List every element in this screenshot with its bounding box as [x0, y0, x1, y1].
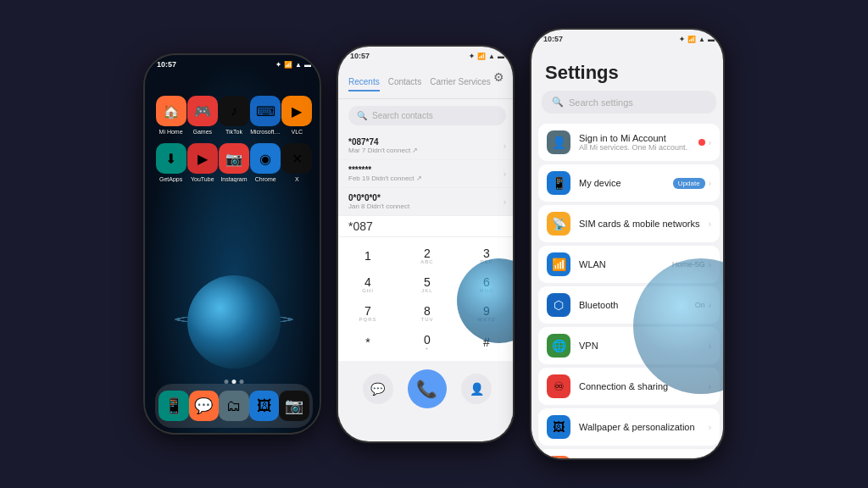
wallpaper-chevron: › — [709, 423, 711, 432]
tab-recents[interactable]: Recents — [348, 77, 380, 92]
key-8[interactable]: 8TUV — [403, 300, 452, 327]
getapps-icon: ⬇ — [156, 143, 186, 174]
key-0[interactable]: 0+ — [403, 329, 452, 356]
mi-home-icon: 🏠 — [156, 96, 186, 126]
key-5[interactable]: 5JKL — [403, 271, 452, 298]
swiftkey-label: Microsoft SwiftKey... — [250, 129, 281, 135]
search-icon-dialer: 🔍 — [357, 111, 367, 120]
app-mi-home[interactable]: 🏠 Mi Home — [156, 96, 186, 135]
dock-files[interactable]: 🗂 — [219, 391, 249, 421]
app-chrome[interactable]: ◉ Chrome — [250, 143, 281, 182]
settings-item-mi-account[interactable]: 👤 Sign in to Mi Account All Mi services.… — [538, 124, 720, 161]
app-vlc[interactable]: ▶ VLC — [281, 96, 312, 135]
connection-chevron: › — [709, 382, 711, 391]
app-swiftkey[interactable]: ⌨ Microsoft SwiftKey... — [250, 96, 281, 135]
settings-item-connection[interactable]: ♾ Connection & sharing › — [538, 368, 720, 405]
status-time-1: 10:57 — [157, 60, 176, 69]
wallpaper-text: Wallpaper & personalization — [579, 422, 709, 432]
key-1[interactable]: 1 — [343, 242, 392, 269]
wallpaper-icon: 🖼 — [547, 415, 570, 439]
settings-item-wallpaper[interactable]: 🖼 Wallpaper & personalization › — [538, 408, 720, 446]
key-star[interactable]: * — [343, 329, 392, 356]
recent-info-3: 0*0*0*0* Jan 8 Didn't connect — [348, 193, 504, 210]
status-icons-3: ✦ 📶 ▲ ▬ — [679, 36, 715, 43]
settings-list: 👤 Sign in to Mi Account All Mi services.… — [531, 124, 725, 460]
recent-item-1[interactable]: *087*74 Mar 7 Didn't connect ↗ › — [338, 132, 515, 160]
connection-icon: ♾ — [547, 374, 570, 398]
app-getapps[interactable]: ⬇ GetApps — [156, 143, 186, 182]
wlan-value: Home-5G — [672, 260, 705, 269]
key-4[interactable]: 4GHI — [343, 271, 392, 298]
youtube-icon: ▶ — [187, 143, 218, 174]
tab-carrier[interactable]: Carrier Services — [430, 77, 491, 92]
app-grid: 🏠 Mi Home 🎮 Games ♪ TikTok ⌨ Microsoft S… — [145, 89, 321, 197]
my-device-icon: 📱 — [547, 171, 570, 195]
app-tiktok[interactable]: ♪ TikTok — [219, 96, 249, 135]
app-games[interactable]: 🎮 Games — [187, 96, 218, 135]
status-time-3: 10:57 — [543, 35, 563, 43]
recent-sub-1: Mar 7 Didn't connect ↗ — [348, 147, 504, 154]
instagram-label: Instagram — [220, 176, 247, 182]
mi-home-label: Mi Home — [159, 129, 183, 135]
recent-item-3[interactable]: 0*0*0*0* Jan 8 Didn't connect › — [338, 188, 515, 216]
tiktok-icon: ♪ — [219, 96, 249, 126]
app-youtube[interactable]: ▶ YouTube — [187, 143, 218, 182]
key-7[interactable]: 7PQRS — [343, 300, 392, 327]
dialer-search[interactable]: 🔍 Search contacts — [348, 106, 506, 125]
connection-text: Connection & sharing — [579, 381, 709, 391]
key-2[interactable]: 2ABC — [403, 242, 452, 269]
bluetooth-chevron: › — [709, 301, 711, 310]
games-label: Games — [193, 129, 213, 135]
settings-screen: 10:57 ✦ 📶 ▲ ▬ Settings 🔍 Search settings… — [531, 30, 725, 460]
bluetooth-icon: ✦ — [275, 61, 281, 69]
vpn-icon: 🌐 — [547, 334, 570, 358]
phone3-settings: 10:57 ✦ 📶 ▲ ▬ Settings 🔍 Search settings… — [530, 28, 725, 460]
messages-action[interactable]: 💬 — [363, 374, 393, 404]
search-icon-settings: 🔍 — [552, 97, 564, 108]
mi-account-icon: 👤 — [547, 130, 570, 154]
dock-messages[interactable]: 💬 — [189, 391, 220, 421]
bt-icon-2: ✦ — [469, 53, 475, 60]
dialer-settings-icon[interactable]: ⚙ — [493, 70, 504, 84]
settings-item-vpn[interactable]: 🌐 VPN › — [538, 327, 720, 364]
my-device-chevron: › — [709, 179, 711, 188]
tab-contacts[interactable]: Contacts — [388, 77, 421, 92]
dock-phone[interactable]: 📱 — [159, 391, 189, 421]
home-screen: 10:57 ✦ 📶 ▲ ▬ 🏠 Mi Home 🎮 Games ♪ — [145, 55, 321, 435]
bluetooth-value: On — [695, 301, 705, 309]
settings-item-my-device[interactable]: 📱 My device Update › — [538, 164, 720, 202]
status-icons-2: ✦ 📶 ▲ ▬ — [469, 53, 504, 60]
recent-number-2: ******* — [348, 165, 504, 175]
contacts-action[interactable]: 👤 — [461, 374, 492, 404]
status-time-2: 10:57 — [350, 52, 370, 60]
app-instagram[interactable]: 📷 Instagram — [219, 143, 249, 182]
recent-item-2[interactable]: ******* Feb 19 Didn't connect ↗ › — [338, 160, 515, 188]
connection-label: Connection & sharing — [579, 381, 709, 391]
settings-item-aod[interactable]: 🔒 Always-on display & Lock screen › — [538, 449, 720, 460]
wifi-icon-3: ▲ — [698, 36, 705, 43]
aod-icon: 🔒 — [547, 456, 570, 460]
dock-gallery[interactable]: 🖼 — [249, 391, 280, 421]
dock: 📱 💬 🗂 🖼 📷 — [155, 384, 313, 428]
dock-camera[interactable]: 📷 — [279, 391, 309, 421]
mi-account-chevron: › — [709, 138, 711, 147]
chrome-label: Chrome — [255, 176, 276, 182]
vlc-label: VLC — [292, 129, 303, 135]
bluetooth-settings-icon: ⬡ — [547, 293, 570, 317]
mi-account-label: Sign in to Mi Account — [579, 133, 698, 143]
settings-item-bluetooth[interactable]: ⬡ Bluetooth On › — [538, 286, 720, 324]
bluetooth-text: Bluetooth — [579, 300, 695, 310]
app-row-2: ⬇ GetApps ▶ YouTube 📷 Instagram ◉ Chrome… — [155, 143, 313, 182]
settings-item-sim[interactable]: 📡 SIM cards & mobile networks › — [538, 205, 720, 242]
search-placeholder-settings: Search settings — [569, 97, 633, 108]
app-x[interactable]: ✕ X — [281, 143, 312, 182]
my-device-text: My device — [579, 178, 673, 188]
settings-search[interactable]: 🔍 Search settings — [542, 91, 716, 114]
settings-item-wlan[interactable]: 📶 WLAN Home-5G › — [538, 246, 720, 283]
call-button[interactable]: 📞 — [408, 369, 447, 408]
vpn-chevron: › — [709, 341, 711, 351]
vpn-label: VPN — [579, 341, 709, 351]
planet-circle — [187, 275, 281, 369]
wlan-label: WLAN — [579, 259, 672, 269]
recent-number-1: *087*74 — [348, 137, 504, 147]
